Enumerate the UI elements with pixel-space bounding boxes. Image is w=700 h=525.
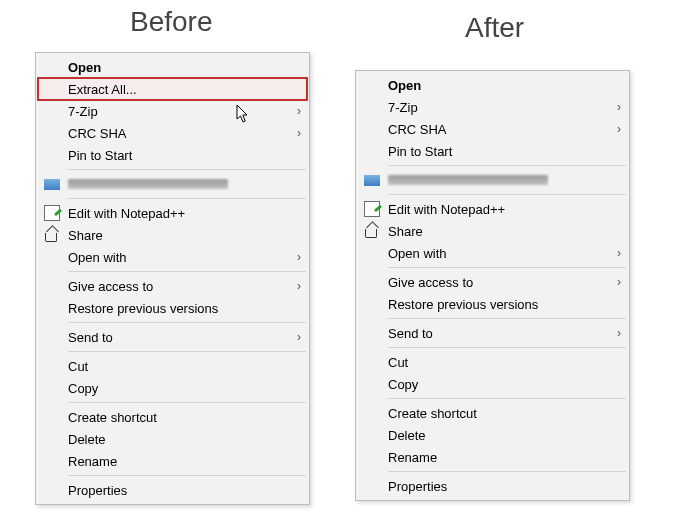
menu-item-label: Edit with Notepad++ [388,202,621,217]
menu-item-label [388,175,548,185]
menu-item-open[interactable]: Open [38,56,307,78]
menu-item-label: Cut [68,359,301,374]
installer-icon [43,175,61,193]
menu-separator [388,267,626,268]
menu-item-label: Properties [68,483,301,498]
share-icon [363,222,381,240]
menu-item-label: Open with [68,250,291,265]
menu-item-label [68,179,228,189]
menu-item-create-shortcut[interactable]: Create shortcut [38,406,307,428]
menu-item-cut[interactable]: Cut [358,351,627,373]
installer-icon [363,171,381,189]
menu-item-label: Pin to Start [68,148,301,163]
chevron-right-icon: › [611,100,621,114]
menu-separator [68,271,306,272]
chevron-right-icon: › [611,246,621,260]
menu-item-cut[interactable]: Cut [38,355,307,377]
menu-item-label: Send to [68,330,291,345]
menu-separator [388,347,626,348]
menu-item-open-with[interactable]: Open with › [38,246,307,268]
menu-item-label: Edit with Notepad++ [68,206,301,221]
menu-item-properties[interactable]: Properties [38,479,307,501]
menu-item-label: Delete [68,432,301,447]
chevron-right-icon: › [611,326,621,340]
chevron-right-icon: › [291,126,301,140]
menu-item-7zip[interactable]: 7-Zip › [358,96,627,118]
chevron-right-icon: › [611,275,621,289]
chevron-right-icon: › [611,122,621,136]
menu-item-give-access[interactable]: Give access to › [38,275,307,297]
menu-item-crc-sha[interactable]: CRC SHA › [38,122,307,144]
menu-item-give-access[interactable]: Give access to › [358,271,627,293]
menu-item-label: Open [68,60,301,75]
heading-after: After [465,12,524,44]
menu-item-rename[interactable]: Rename [38,450,307,472]
menu-item-label: Extract All... [68,82,301,97]
menu-item-send-to[interactable]: Send to › [358,322,627,344]
menu-item-label: Open [388,78,621,93]
menu-item-label: Create shortcut [68,410,301,425]
menu-item-label: Share [388,224,621,239]
menu-separator [68,198,306,199]
menu-item-restore-previous[interactable]: Restore previous versions [358,293,627,315]
menu-item-label: Restore previous versions [68,301,301,316]
menu-separator [68,402,306,403]
share-icon [43,226,61,244]
menu-item-open[interactable]: Open [358,74,627,96]
menu-item-edit-notepad[interactable]: Edit with Notepad++ [358,198,627,220]
notepad-icon [363,200,381,218]
menu-item-delete[interactable]: Delete [38,428,307,450]
notepad-icon [43,204,61,222]
context-menu-before: Open Extract All... 7-Zip › CRC SHA › Pi… [35,52,310,505]
menu-item-install-with[interactable] [358,169,627,191]
menu-item-open-with[interactable]: Open with › [358,242,627,264]
menu-item-label: Copy [68,381,301,396]
menu-item-delete[interactable]: Delete [358,424,627,446]
menu-separator [68,475,306,476]
menu-item-label: Give access to [68,279,291,294]
menu-item-label: Send to [388,326,611,341]
chevron-right-icon: › [291,279,301,293]
menu-item-edit-notepad[interactable]: Edit with Notepad++ [38,202,307,224]
menu-item-crc-sha[interactable]: CRC SHA › [358,118,627,140]
menu-item-label: Restore previous versions [388,297,621,312]
menu-item-label: 7-Zip [388,100,611,115]
menu-item-label: Create shortcut [388,406,621,421]
menu-item-pin-to-start[interactable]: Pin to Start [38,144,307,166]
menu-item-pin-to-start[interactable]: Pin to Start [358,140,627,162]
menu-separator [68,169,306,170]
menu-item-send-to[interactable]: Send to › [38,326,307,348]
menu-item-create-shortcut[interactable]: Create shortcut [358,402,627,424]
menu-item-label: Share [68,228,301,243]
menu-item-label: Rename [388,450,621,465]
menu-item-label: Give access to [388,275,611,290]
menu-item-install-with[interactable] [38,173,307,195]
menu-item-share[interactable]: Share [358,220,627,242]
menu-item-share[interactable]: Share [38,224,307,246]
menu-item-label: Delete [388,428,621,443]
menu-item-copy[interactable]: Copy [358,373,627,395]
context-menu-after: Open 7-Zip › CRC SHA › Pin to Start Edit… [355,70,630,501]
menu-separator [388,165,626,166]
menu-item-properties[interactable]: Properties [358,475,627,497]
heading-before: Before [130,6,213,38]
menu-item-restore-previous[interactable]: Restore previous versions [38,297,307,319]
chevron-right-icon: › [291,250,301,264]
menu-separator [68,351,306,352]
menu-separator [388,318,626,319]
menu-separator [388,398,626,399]
menu-item-rename[interactable]: Rename [358,446,627,468]
menu-separator [68,322,306,323]
menu-item-extract-all[interactable]: Extract All... [38,78,307,100]
menu-item-label: Rename [68,454,301,469]
menu-separator [388,471,626,472]
chevron-right-icon: › [291,330,301,344]
menu-item-label: Open with [388,246,611,261]
menu-item-copy[interactable]: Copy [38,377,307,399]
chevron-right-icon: › [291,104,301,118]
menu-item-label: Properties [388,479,621,494]
menu-item-7zip[interactable]: 7-Zip › [38,100,307,122]
menu-item-label: 7-Zip [68,104,291,119]
menu-separator [388,194,626,195]
menu-item-label: CRC SHA [388,122,611,137]
